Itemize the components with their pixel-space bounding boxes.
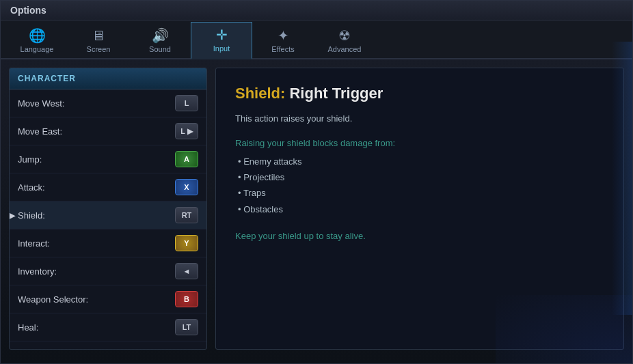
binding-name-heal: Heal: (18, 322, 38, 333)
binding-row-inventory[interactable]: Inventory: ◄ (10, 257, 206, 285)
language-icon: 🌐 (29, 29, 46, 42)
tab-effects[interactable]: ✦ Effects (252, 22, 314, 59)
tab-language-label: Language (21, 45, 54, 53)
effect-item-3: Traps (238, 185, 604, 201)
screen-icon: 🖥 (92, 29, 105, 42)
effect-item-4: Obstacles (238, 201, 604, 217)
options-window: Options 🌐 Language 🖥 Screen 🔊 Sound ✛ In… (0, 0, 633, 364)
binding-row-heal[interactable]: Heal: LT (10, 313, 206, 341)
binding-name-move-west: Move West: (18, 98, 64, 109)
action-effects-header: Raising your shield blocks damage from: (235, 138, 604, 148)
selected-arrow: ▶ (10, 210, 16, 221)
action-effects-list: Enemy attacks Projectiles Traps Obstacle… (235, 154, 604, 218)
binding-key-move-east: L ▶ (175, 123, 198, 139)
tab-screen-label: Screen (87, 45, 111, 53)
tab-advanced[interactable]: ☢ Advanced (314, 22, 375, 59)
tab-input-label: Input (213, 44, 230, 53)
binding-row-weapon-selector[interactable]: Weapon Selector: B (10, 285, 206, 313)
effect-item-1: Enemy attacks (238, 154, 604, 169)
binding-key-weapon-selector: B (175, 291, 198, 307)
binding-key-jump: A (175, 151, 198, 167)
binding-key-inventory: ◄ (175, 263, 198, 279)
tab-sound-label: Sound (149, 45, 171, 53)
section-header: CHARACTER (10, 68, 206, 89)
binding-name-shield: Shield: (18, 210, 45, 221)
effect-item-2: Projectiles (238, 169, 604, 185)
binding-key-shield: RT (175, 207, 198, 223)
binding-row-jump[interactable]: Jump: A (10, 145, 206, 173)
action-tip: Keep your shield up to stay alive. (235, 229, 604, 243)
binding-name-interact: Interact: (18, 238, 50, 249)
right-panel: Shield: Right Trigger This action raises… (215, 68, 624, 350)
binding-name-weapon-selector: Weapon Selector: (18, 294, 88, 305)
tab-advanced-label: Advanced (328, 45, 362, 53)
tab-screen[interactable]: 🖥 Screen (68, 22, 129, 59)
binding-row-attack[interactable]: Attack: X (10, 173, 206, 201)
action-title-key: Right Trigger (289, 85, 383, 102)
binding-row-move-west[interactable]: Move West: L (10, 89, 206, 117)
action-title: Shield: Right Trigger (235, 85, 604, 102)
tab-bar: 🌐 Language 🖥 Screen 🔊 Sound ✛ Input ✦ Ef… (1, 20, 632, 59)
advanced-icon: ☢ (338, 29, 351, 42)
binding-name-attack: Attack: (18, 182, 45, 193)
binding-row-shield[interactable]: ▶ Shield: RT (10, 201, 206, 229)
binding-row-move-east[interactable]: Move East: L ▶ (10, 117, 206, 145)
binding-name-jump: Jump: (18, 154, 42, 165)
sound-icon: 🔊 (152, 29, 169, 42)
binding-name-inventory: Inventory: (18, 266, 57, 277)
tab-effects-label: Effects (271, 45, 294, 53)
effects-icon: ✦ (278, 29, 289, 42)
main-content: CHARACTER Move West: L Move East: L ▶ Ju… (1, 59, 632, 358)
tab-sound[interactable]: 🔊 Sound (129, 22, 191, 59)
binding-key-interact: Y (175, 235, 198, 251)
input-icon: ✛ (216, 28, 228, 42)
binding-row-interact[interactable]: Interact: Y (10, 229, 206, 257)
binding-key-move-west: L (175, 95, 198, 111)
left-panel: CHARACTER Move West: L Move East: L ▶ Ju… (9, 68, 207, 350)
binding-key-attack: X (175, 179, 198, 195)
tab-input[interactable]: ✛ Input (191, 22, 252, 59)
window-title: Options (10, 5, 46, 16)
title-bar: Options (1, 1, 632, 20)
action-description: This action raises your shield. (235, 112, 604, 126)
binding-name-move-east: Move East: (18, 126, 62, 137)
key-binding-list: Move West: L Move East: L ▶ Jump: A Atta… (10, 89, 206, 341)
action-title-name: Shield: (235, 85, 285, 102)
tab-language[interactable]: 🌐 Language (6, 22, 68, 59)
binding-key-heal: LT (175, 319, 198, 335)
